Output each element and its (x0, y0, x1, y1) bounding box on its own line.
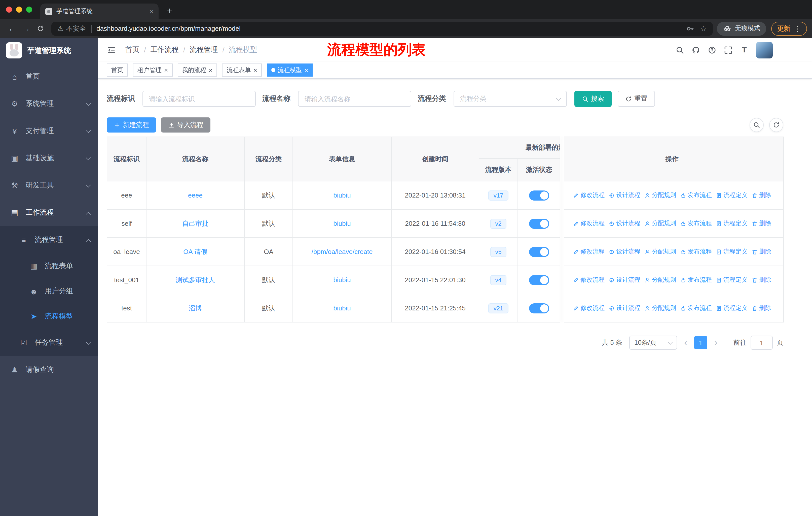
process-name-link[interactable]: OA 请假 (183, 248, 207, 255)
action-publish-link[interactable]: 发布流程 (680, 247, 712, 256)
import-process-button[interactable]: 导入流程 (161, 117, 210, 133)
action-delete-link[interactable]: 删除 (752, 191, 771, 199)
search-icon[interactable] (675, 46, 684, 54)
action-design-link[interactable]: 设计流程 (609, 191, 640, 199)
tag-tenant-mgmt[interactable]: 租户管理 × (133, 63, 172, 77)
action-publish-link[interactable]: 发布流程 (680, 191, 712, 199)
action-define-link[interactable]: 流程定义 (716, 219, 748, 228)
form-info-link[interactable]: biubiu (333, 191, 351, 199)
action-define-link[interactable]: 流程定义 (716, 247, 748, 256)
goto-page-input[interactable] (751, 335, 773, 350)
active-toggle[interactable] (529, 218, 549, 228)
action-edit-link[interactable]: 修改流程 (573, 191, 605, 199)
action-design-link[interactable]: 设计流程 (609, 276, 640, 284)
tag-my-process[interactable]: 我的流程 × (177, 63, 217, 77)
category-select[interactable]: 流程分类 (454, 91, 567, 107)
active-toggle[interactable] (529, 247, 549, 257)
sidebar-item-task-mgmt[interactable]: ☑ 任务管理 (0, 329, 98, 356)
page-size-select[interactable]: 10条/页 (629, 335, 677, 350)
sidebar-item-payment[interactable]: ¥ 支付管理 (0, 117, 98, 145)
reload-icon[interactable] (33, 21, 47, 35)
action-design-link[interactable]: 设计流程 (609, 304, 640, 313)
update-button[interactable]: 更新 ⋮ (771, 21, 807, 35)
sidebar-toggle[interactable] (104, 43, 118, 57)
tag-close-icon[interactable]: × (209, 67, 212, 73)
toggle-search-button[interactable] (750, 118, 764, 132)
action-delete-link[interactable]: 删除 (752, 304, 771, 313)
action-define-link[interactable]: 流程定义 (716, 276, 748, 284)
bookmark-star-icon[interactable]: ☆ (700, 24, 707, 33)
sidebar-item-system[interactable]: ⚙ 系统管理 (0, 90, 98, 117)
tag-close-icon[interactable]: × (164, 67, 168, 73)
action-assign-link[interactable]: 分配规则 (644, 219, 676, 228)
window-close-button[interactable] (6, 6, 12, 12)
process-name-link[interactable]: 自己审批 (182, 219, 208, 227)
new-tab-button[interactable]: + (163, 4, 177, 18)
active-toggle[interactable] (529, 303, 549, 313)
password-key-icon[interactable] (686, 24, 694, 32)
user-avatar[interactable] (756, 42, 773, 58)
process-name-link[interactable]: 滔博 (189, 304, 202, 312)
sidebar-item-home[interactable]: ⌂ 首页 (0, 63, 98, 90)
reset-button[interactable]: 重置 (618, 91, 655, 107)
tag-process-model[interactable]: 流程模型 × (267, 63, 313, 77)
forward-icon[interactable]: → (19, 21, 33, 35)
active-toggle[interactable] (529, 275, 549, 285)
action-define-link[interactable]: 流程定义 (716, 191, 748, 199)
next-page-button[interactable]: › (714, 337, 717, 348)
address-bar[interactable]: ⚠ 不安全 dashboard.yudao.iocoder.cn/bpm/man… (51, 21, 713, 35)
sidebar-item-process-form[interactable]: ▥ 流程表单 (0, 253, 98, 279)
process-id-input[interactable] (142, 91, 256, 107)
sidebar-item-process-model[interactable]: ➤ 流程模型 (0, 304, 98, 329)
action-delete-link[interactable]: 删除 (752, 219, 771, 228)
tag-close-icon[interactable]: × (304, 67, 308, 73)
action-edit-link[interactable]: 修改流程 (573, 247, 605, 256)
action-design-link[interactable]: 设计流程 (609, 219, 640, 228)
back-icon[interactable]: ← (5, 21, 19, 35)
form-info-link[interactable]: /bpm/oa/leave/create (312, 248, 373, 255)
font-size-icon[interactable]: T (740, 45, 749, 54)
action-publish-link[interactable]: 发布流程 (680, 276, 712, 284)
sidebar-item-infra[interactable]: ▣ 基础设施 (0, 145, 98, 172)
sidebar-item-workflow[interactable]: ▤ 工作流程 (0, 199, 98, 226)
action-define-link[interactable]: 流程定义 (716, 304, 748, 313)
app-logo[interactable]: 芋道管理系统 (0, 38, 98, 63)
action-publish-link[interactable]: 发布流程 (680, 219, 712, 228)
sidebar-item-devtools[interactable]: ⚒ 研发工具 (0, 172, 98, 199)
create-process-button[interactable]: 新建流程 (107, 117, 156, 133)
active-toggle[interactable] (529, 190, 549, 200)
window-zoom-button[interactable] (26, 6, 32, 12)
action-edit-link[interactable]: 修改流程 (573, 219, 605, 228)
sidebar-item-user-group[interactable]: ☻ 用户分组 (0, 279, 98, 304)
prev-page-button[interactable]: ‹ (684, 337, 687, 348)
breadcrumb-workflow[interactable]: 工作流程 (150, 45, 179, 54)
action-assign-link[interactable]: 分配规则 (644, 247, 676, 256)
form-info-link[interactable]: biubiu (333, 304, 351, 312)
fullscreen-icon[interactable] (724, 46, 732, 54)
tag-close-icon[interactable]: × (253, 67, 257, 73)
process-name-link[interactable]: eeee (188, 191, 203, 199)
action-design-link[interactable]: 设计流程 (609, 247, 640, 256)
window-minimize-button[interactable] (16, 6, 22, 12)
browser-tab[interactable]: 芋道管理系统 × (40, 3, 158, 19)
action-delete-link[interactable]: 删除 (752, 247, 771, 256)
search-button[interactable]: 搜索 (574, 91, 612, 107)
page-number-1[interactable]: 1 (694, 336, 707, 349)
help-icon[interactable] (708, 46, 716, 54)
action-assign-link[interactable]: 分配规则 (644, 304, 676, 313)
process-name-input[interactable] (298, 91, 411, 107)
tab-close-icon[interactable]: × (149, 7, 153, 16)
form-info-link[interactable]: biubiu (333, 276, 351, 284)
github-icon[interactable] (692, 46, 700, 54)
action-delete-link[interactable]: 删除 (752, 276, 771, 284)
action-assign-link[interactable]: 分配规则 (644, 276, 676, 284)
breadcrumb-process-mgmt[interactable]: 流程管理 (190, 45, 218, 54)
action-publish-link[interactable]: 发布流程 (680, 304, 712, 313)
form-info-link[interactable]: biubiu (333, 220, 351, 227)
browser-menu-icon[interactable]: ⋮ (794, 24, 801, 32)
action-assign-link[interactable]: 分配规则 (644, 191, 676, 199)
breadcrumb-home[interactable]: 首页 (125, 45, 140, 54)
tag-home[interactable]: 首页 (107, 63, 128, 77)
tag-process-form[interactable]: 流程表单 × (222, 63, 262, 77)
sidebar-item-leave-query[interactable]: ♟ 请假查询 (0, 356, 98, 383)
